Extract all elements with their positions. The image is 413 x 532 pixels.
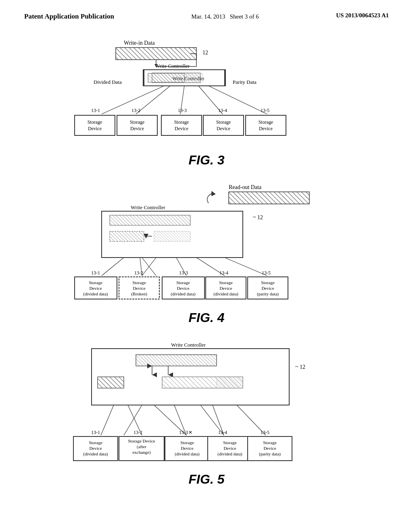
svg-rect-43 xyxy=(110,231,144,241)
publication-date-sheet: Mar. 14, 2013 Sheet 3 of 6 xyxy=(191,12,259,21)
fig3-id2: 13-2 xyxy=(131,108,140,113)
svg-text:(divided data): (divided data) xyxy=(83,451,108,457)
svg-text:Device: Device xyxy=(263,446,276,451)
svg-text:Storage: Storage xyxy=(263,440,277,445)
svg-text:Device: Device xyxy=(181,446,193,451)
svg-text:Device: Device xyxy=(177,286,189,291)
svg-text:(divided data): (divided data) xyxy=(217,451,242,457)
svg-text:Storage: Storage xyxy=(88,119,102,125)
svg-line-86 xyxy=(101,405,114,435)
fig3-parity-data: Parity Data xyxy=(233,79,257,85)
svg-rect-30 xyxy=(246,115,286,135)
svg-text:Storage: Storage xyxy=(174,119,189,125)
publication-number: US 2013/0064523 A1 xyxy=(336,12,389,19)
svg-line-17 xyxy=(209,86,267,114)
svg-line-46 xyxy=(102,258,124,276)
svg-rect-33 xyxy=(148,73,184,82)
fig3-id3: 13-3 xyxy=(178,108,187,113)
publication-date: Mar. 14, 2013 xyxy=(191,13,225,20)
svg-text:(divided data): (divided data) xyxy=(83,291,108,297)
svg-text:Device: Device xyxy=(88,126,102,131)
fig5-id3: 13-3 xyxy=(179,430,188,435)
svg-rect-85 xyxy=(217,377,243,388)
svg-text:Storage: Storage xyxy=(176,280,190,285)
fig4-id1: 13-1 xyxy=(91,270,100,276)
fig3-id1: 13-1 xyxy=(91,108,100,113)
fig5-id2: 13-2 xyxy=(133,430,142,435)
fig5-id1: 13-1 xyxy=(91,430,100,435)
svg-text:Storage: Storage xyxy=(219,280,233,285)
fig3-ref12: 12 xyxy=(202,50,208,56)
svg-rect-21 xyxy=(117,115,157,135)
fig5-ref12: ~ 12 xyxy=(295,364,305,370)
fig4-id5: 13-5 xyxy=(262,270,271,276)
fig4-id2: 13-2 xyxy=(134,270,143,276)
fig5-id5: 13-5 xyxy=(261,430,269,435)
fig5-diagram: Write Controller ~ 12 xyxy=(55,337,358,470)
svg-rect-42 xyxy=(110,215,190,225)
svg-text:Storage: Storage xyxy=(261,280,275,285)
fig4-write-ctrl: Write Controller xyxy=(131,204,165,210)
figure-3-block: Write-in Data xyxy=(32,33,381,172)
svg-rect-24 xyxy=(161,115,202,135)
svg-text:Device: Device xyxy=(259,126,273,131)
fig5-write-ctrl: Write Controller xyxy=(171,342,206,348)
svg-text:Storage: Storage xyxy=(89,280,102,285)
svg-rect-34 xyxy=(186,73,202,82)
svg-text:Storage: Storage xyxy=(180,440,194,445)
svg-text:(divided data): (divided data) xyxy=(171,291,196,297)
svg-text:Storage: Storage xyxy=(223,440,237,445)
svg-text:Storage: Storage xyxy=(259,119,273,125)
svg-text:Device: Device xyxy=(219,286,232,291)
fig4-diagram: Read-out Data Write Controller ~ 12 xyxy=(55,179,358,308)
svg-rect-27 xyxy=(203,115,244,135)
fig3-diagram: Write-in Data xyxy=(55,33,358,150)
fig5-id4: 13-4 xyxy=(218,430,227,435)
svg-text:(parity data): (parity data) xyxy=(257,291,279,297)
svg-text:(divided data): (divided data) xyxy=(175,451,200,457)
svg-text:(divided data): (divided data) xyxy=(213,291,238,297)
svg-text:Device: Device xyxy=(223,446,236,451)
page-header: Patent Application Publication Mar. 14, … xyxy=(0,0,413,25)
fig3-id5: 13-5 xyxy=(261,108,269,113)
fig4-readout-label: Read-out Data xyxy=(229,184,262,190)
svg-text:Device: Device xyxy=(89,446,102,451)
svg-text:(parity data): (parity data) xyxy=(259,451,281,457)
fig4-id3: 13-3 xyxy=(179,270,188,276)
svg-line-14 xyxy=(136,86,170,114)
svg-text:Device: Device xyxy=(175,126,188,131)
svg-rect-80 xyxy=(136,355,217,366)
svg-text:(after: (after xyxy=(137,444,146,449)
svg-rect-4 xyxy=(116,48,196,60)
fig3-id4: 13-4 xyxy=(218,108,227,113)
svg-rect-40 xyxy=(229,192,309,204)
publication-title: Patent Application Publication xyxy=(24,12,114,21)
svg-text:Device: Device xyxy=(217,126,230,131)
svg-text:(Broken): (Broken) xyxy=(131,291,147,297)
svg-text:Storage: Storage xyxy=(216,119,231,125)
svg-text:Storage: Storage xyxy=(130,119,145,125)
fig4-label: FIG. 4 xyxy=(189,310,225,325)
main-content: Write-in Data xyxy=(0,25,413,506)
fig4-id4: 13-4 xyxy=(219,270,228,276)
svg-text:Device: Device xyxy=(261,286,274,291)
svg-rect-83 xyxy=(98,377,124,388)
page: Patent Application Publication Mar. 14, … xyxy=(0,0,413,532)
svg-text:Device: Device xyxy=(133,286,145,291)
svg-text:Device: Device xyxy=(130,126,144,131)
fig3-write-in-label: Write-in Data xyxy=(124,40,155,46)
figure-4-block: Read-out Data Write Controller ~ 12 xyxy=(32,179,381,329)
svg-rect-18 xyxy=(75,115,115,135)
fig3-divided-data: Divided Data xyxy=(94,79,122,85)
svg-rect-44 xyxy=(154,231,190,241)
fig5-id4-x: ✕ xyxy=(188,430,192,435)
svg-line-52 xyxy=(225,258,267,276)
fig4-ref12: ~ 12 xyxy=(253,214,263,220)
svg-text:exchange): exchange) xyxy=(132,450,151,455)
svg-text:Device: Device xyxy=(89,286,102,291)
svg-text:Storage: Storage xyxy=(89,440,102,445)
fig5-label: FIG. 5 xyxy=(189,472,225,487)
fig3-write-ctrl: Write Controller xyxy=(155,63,190,69)
sheet-info: Sheet 3 of 6 xyxy=(230,13,259,20)
figure-5-block: Write Controller ~ 12 xyxy=(32,337,381,491)
